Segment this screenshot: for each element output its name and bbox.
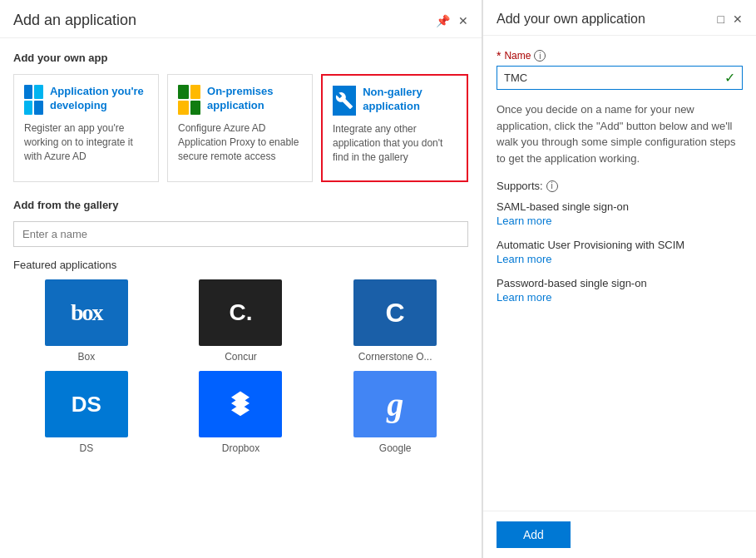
featured-app-box[interactable]: box Box: [13, 279, 160, 363]
left-panel-header: Add an application 📌 ✕: [0, 0, 482, 38]
name-info-icon[interactable]: i: [534, 50, 546, 62]
left-panel-title: Add an application: [13, 12, 136, 29]
featured-app-google[interactable]: g Google: [322, 371, 468, 454]
left-panel-body: Add your own app Application you're deve…: [0, 38, 482, 558]
supports-info-icon[interactable]: i: [546, 180, 558, 192]
developing-icon: [24, 85, 43, 115]
close-right-icon[interactable]: ✕: [733, 13, 743, 25]
app-card-nongallery-name: Non-gallery application: [363, 86, 457, 114]
onpremises-icon: [178, 85, 200, 115]
scim-name: Automatic User Provisioning with SCIM: [497, 239, 743, 251]
supports-section: Supports: i SAML-based single sign-on Le…: [497, 180, 743, 304]
gallery-search-input[interactable]: [13, 221, 468, 247]
scim-learn-more[interactable]: Learn more: [497, 253, 551, 265]
dropbox-name: Dropbox: [222, 442, 259, 454]
add-button[interactable]: Add: [497, 521, 571, 548]
support-item-saml: SAML-based single sign-on Learn more: [497, 200, 743, 227]
required-star: *: [497, 49, 501, 62]
featured-app-cornerstone[interactable]: C Cornerstone O...: [322, 279, 468, 363]
featured-app-concur[interactable]: C. Concur: [168, 279, 314, 363]
left-panel: Add an application 📌 ✕ Add your own app: [0, 0, 482, 558]
support-item-password: Password-based single sign-on Learn more: [497, 277, 743, 304]
saml-name: SAML-based single sign-on: [497, 200, 743, 213]
app-card-nongallery-header: Non-gallery application: [333, 86, 457, 116]
concur-name: Concur: [225, 351, 257, 363]
dropbox-logo: [199, 371, 282, 437]
password-sso-name: Password-based single sign-on: [497, 277, 743, 289]
supports-label-text: Supports:: [497, 180, 543, 192]
box-logo: box: [45, 279, 128, 346]
pin-icon[interactable]: 📌: [436, 15, 450, 27]
right-panel: Add your own application □ ✕ * Name i ✓ …: [482, 0, 756, 558]
app-card-developing-name: Application you're developing: [50, 85, 148, 113]
supports-label: Supports: i: [497, 180, 743, 192]
name-label-text: Name: [504, 50, 531, 62]
ds-name: DS: [79, 442, 93, 454]
add-own-section-title: Add your own app: [13, 52, 468, 64]
password-sso-learn-more[interactable]: Learn more: [497, 291, 551, 304]
app-card-onpremises[interactable]: On-premises application Configure Azure …: [167, 74, 313, 182]
name-input-wrapper: ✓: [497, 66, 743, 90]
description-text: Once you decide on a name for your new a…: [497, 101, 743, 166]
right-panel-footer: Add: [483, 511, 756, 558]
google-logo: g: [353, 371, 437, 437]
close-left-icon[interactable]: ✕: [458, 15, 468, 27]
featured-app-dropbox[interactable]: Dropbox: [168, 371, 314, 454]
left-panel-header-icons: 📌 ✕: [436, 15, 468, 27]
google-name: Google: [379, 442, 412, 454]
app-card-nongallery-desc: Integrate any other application that you…: [333, 122, 457, 164]
name-input[interactable]: [497, 67, 718, 89]
ds-logo: DS: [45, 371, 128, 437]
featured-label: Featured applications: [13, 259, 468, 271]
right-panel-body: * Name i ✓ Once you decide on a name for…: [483, 36, 756, 511]
app-card-onpremises-name: On-premises application: [207, 85, 302, 113]
featured-apps-grid: box Box C. Concur C Cornerstone O... DS …: [13, 279, 468, 454]
app-card-nongallery[interactable]: Non-gallery application Integrate any ot…: [321, 74, 468, 182]
app-card-developing-desc: Register an app you're working on to int…: [24, 121, 148, 163]
cornerstone-logo: C: [353, 279, 437, 346]
nongallery-icon: [333, 86, 356, 116]
box-name: Box: [77, 351, 95, 363]
app-cards-row: Application you're developing Register a…: [13, 74, 468, 182]
maximize-icon[interactable]: □: [718, 13, 724, 25]
featured-app-ds[interactable]: DS DS: [13, 371, 160, 454]
name-field-label: * Name i: [497, 49, 743, 62]
app-card-developing-header: Application you're developing: [24, 85, 148, 115]
cornerstone-name: Cornerstone O...: [358, 351, 432, 363]
check-icon: ✓: [718, 70, 742, 86]
right-panel-header: Add your own application □ ✕: [483, 0, 756, 36]
concur-logo: C.: [199, 279, 282, 346]
app-card-developing[interactable]: Application you're developing Register a…: [13, 74, 159, 182]
gallery-section: Add from the gallery Featured applicatio…: [13, 199, 468, 454]
app-card-onpremises-desc: Configure Azure AD Application Proxy to …: [178, 121, 302, 163]
gallery-section-title: Add from the gallery: [13, 199, 468, 211]
right-header-icons: □ ✕: [718, 13, 743, 25]
saml-learn-more[interactable]: Learn more: [497, 215, 551, 227]
app-card-onpremises-header: On-premises application: [178, 85, 302, 115]
support-item-scim: Automatic User Provisioning with SCIM Le…: [497, 239, 743, 265]
right-panel-title: Add your own application: [497, 12, 645, 27]
